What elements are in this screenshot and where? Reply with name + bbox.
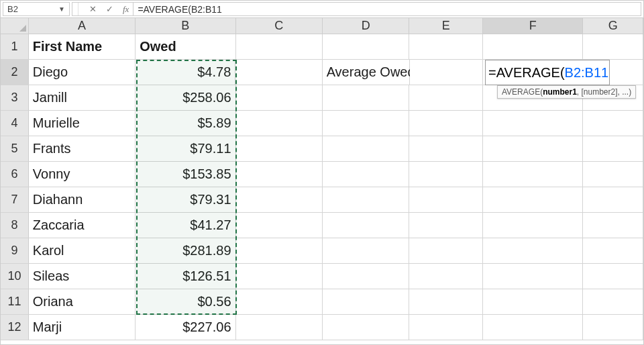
cell-F8[interactable]	[483, 213, 583, 238]
cell-A2[interactable]: Diego	[29, 60, 136, 85]
cell-D1[interactable]	[323, 34, 409, 59]
cell-E5[interactable]	[409, 136, 483, 161]
cell-B12[interactable]: $227.06	[136, 315, 235, 340]
cell-E11[interactable]	[409, 289, 483, 314]
row-header-7[interactable]: 7	[1, 187, 29, 212]
cell-A6[interactable]: Vonny	[29, 162, 136, 187]
cell-A10[interactable]: Sileas	[29, 264, 136, 289]
cell-C1[interactable]	[236, 34, 323, 59]
cell-E2[interactable]	[410, 60, 483, 85]
cell-B9[interactable]: $281.89	[136, 238, 235, 263]
cell-D5[interactable]	[323, 136, 409, 161]
cell-A1[interactable]: First Name	[29, 34, 136, 59]
cell-G5[interactable]	[583, 136, 643, 161]
cell-D8[interactable]	[323, 213, 409, 238]
cell-B2[interactable]: $4.78	[136, 60, 235, 85]
column-header-F[interactable]: F	[483, 18, 583, 34]
cell-F1[interactable]	[483, 34, 583, 59]
cell-D3[interactable]	[323, 85, 409, 110]
cell-B11[interactable]: $0.56	[136, 289, 235, 314]
cell-G12[interactable]	[583, 315, 643, 340]
cell-F6[interactable]	[483, 162, 583, 187]
cell-E9[interactable]	[409, 238, 483, 263]
column-header-G[interactable]: G	[583, 18, 643, 34]
cell-F9[interactable]	[483, 238, 583, 263]
cell-C3[interactable]	[236, 85, 323, 110]
column-header-E[interactable]: E	[409, 18, 483, 34]
cell-C7[interactable]	[236, 187, 323, 212]
cell-F11[interactable]	[483, 289, 583, 314]
cell-C12[interactable]	[236, 315, 323, 340]
fx-icon[interactable]: fx	[123, 4, 129, 15]
cell-G9[interactable]	[583, 238, 643, 263]
cell-B1[interactable]: Owed	[136, 34, 235, 59]
row-header-11[interactable]: 11	[1, 289, 29, 314]
row-header-3[interactable]: 3	[1, 85, 29, 110]
cell-C4[interactable]	[236, 111, 323, 136]
cell-F12[interactable]	[483, 315, 583, 340]
column-header-C[interactable]: C	[236, 18, 323, 34]
name-box-dropdown-icon[interactable]: ▼	[58, 5, 65, 13]
cell-E8[interactable]	[409, 213, 483, 238]
cancel-icon[interactable]: ✕	[89, 4, 97, 14]
cell-E1[interactable]	[409, 34, 483, 59]
cell-A11[interactable]: Oriana	[29, 289, 136, 314]
cell-C6[interactable]	[236, 162, 323, 187]
cell-C11[interactable]	[236, 289, 323, 314]
cell-F4[interactable]	[483, 111, 583, 136]
row-header-5[interactable]: 5	[1, 136, 29, 161]
cell-C10[interactable]	[236, 264, 323, 289]
cell-A8[interactable]: Zaccaria	[29, 213, 136, 238]
cell-G1[interactable]	[583, 34, 643, 59]
cell-A3[interactable]: Jamill	[29, 85, 136, 110]
cell-D11[interactable]	[323, 289, 409, 314]
enter-icon[interactable]: ✓	[106, 4, 113, 14]
function-tooltip[interactable]: AVERAGE(number1, [number2], ...)	[497, 85, 636, 99]
row-header-1[interactable]: 1	[1, 34, 29, 59]
cell-A4[interactable]: Murielle	[29, 111, 136, 136]
cell-E3[interactable]	[409, 85, 483, 110]
cell-F10[interactable]	[483, 264, 583, 289]
cell-B7[interactable]: $79.31	[136, 187, 235, 212]
cell-F5[interactable]	[483, 136, 583, 161]
cell-E10[interactable]	[409, 264, 483, 289]
cell-F7[interactable]	[483, 187, 583, 212]
cell-D4[interactable]	[323, 111, 409, 136]
cell-C2[interactable]	[235, 60, 322, 85]
cell-G10[interactable]	[583, 264, 643, 289]
cell-B8[interactable]: $41.27	[136, 213, 235, 238]
cell-E4[interactable]	[409, 111, 483, 136]
cell-D7[interactable]	[323, 187, 409, 212]
cell-D10[interactable]	[323, 264, 409, 289]
cell-C8[interactable]	[236, 213, 323, 238]
row-header-4[interactable]: 4	[1, 111, 29, 136]
cell-A9[interactable]: Karol	[29, 238, 136, 263]
name-box[interactable]: B2 ▼	[3, 2, 70, 16]
formula-bar-input[interactable]: =AVERAGE(B2:B11	[133, 2, 641, 16]
cell-B10[interactable]: $126.51	[136, 264, 235, 289]
cell-D12[interactable]	[323, 315, 409, 340]
cell-G6[interactable]	[583, 162, 643, 187]
cell-E12[interactable]	[409, 315, 483, 340]
cell-D2[interactable]: Average Owed:	[323, 60, 410, 85]
cell-C5[interactable]	[236, 136, 323, 161]
cell-G11[interactable]	[583, 289, 643, 314]
cell-C9[interactable]	[236, 238, 323, 263]
row-header-12[interactable]: 12	[1, 315, 29, 340]
row-header-9[interactable]: 9	[1, 238, 29, 263]
cell-E7[interactable]	[409, 187, 483, 212]
cell-A5[interactable]: Frants	[29, 136, 136, 161]
cell-G4[interactable]	[583, 111, 643, 136]
cell-G8[interactable]	[583, 213, 643, 238]
cell-B6[interactable]: $153.85	[136, 162, 235, 187]
row-header-6[interactable]: 6	[1, 162, 29, 187]
column-header-B[interactable]: B	[136, 18, 235, 34]
cell-edit-overlay-F2[interactable]: =AVERAGE(B2:B11	[485, 60, 610, 85]
select-all-corner[interactable]	[1, 18, 29, 34]
cell-E6[interactable]	[409, 162, 483, 187]
cell-G7[interactable]	[583, 187, 643, 212]
row-header-2[interactable]: 2	[1, 60, 29, 85]
column-header-A[interactable]: A	[29, 18, 136, 34]
cell-D6[interactable]	[323, 162, 409, 187]
cell-B3[interactable]: $258.06	[136, 85, 235, 110]
